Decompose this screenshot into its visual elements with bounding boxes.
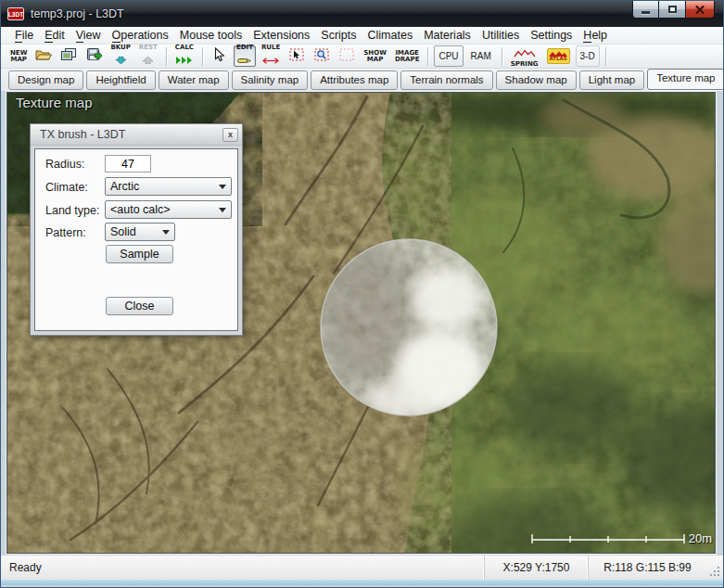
dialog-close-icon: x [228,131,233,139]
show-map-button[interactable]: SHOWMAP [361,45,389,67]
menu-extensions[interactable]: Extensions [248,28,315,43]
titlebar: L3DT temp3.proj - L3DT [1,1,723,27]
window-title: temp3.proj - L3DT [31,7,124,20]
marquee-cursor-icon [289,48,304,65]
select-edit-button[interactable] [286,45,308,67]
map-tabs: Design mapHeightfieldWater mapSalinity m… [1,69,723,91]
scale-bar: 20m [531,531,712,545]
ruler-tool-button[interactable]: RULE [259,45,283,67]
marker-pen-icon [237,51,251,68]
cursor-icon [213,47,225,66]
atlas-button[interactable]: ATLAS [544,45,573,67]
tab-attributes-map[interactable]: Attributes map [311,70,398,90]
import-save-button[interactable] [83,45,105,67]
tab-design-map[interactable]: Design map [8,70,83,90]
calc-button[interactable]: CALC [172,45,197,67]
tab-water-map[interactable]: Water map [159,70,229,90]
status-text: Ready [1,561,484,574]
triple-arrow-icon [176,51,192,68]
backup-button[interactable]: BKUP [108,45,133,67]
edit-tool-button[interactable]: EDIT [234,45,256,67]
menu-file[interactable]: File [9,28,39,43]
menu-climates[interactable]: Climates [362,28,419,43]
menu-materials[interactable]: Materials [418,28,476,43]
layers-icon [61,48,76,65]
land-type-label: Land type: [45,204,99,217]
menubar: FileEditViewOperationsMouse toolsExtensi… [1,27,723,45]
atlas-mountain-icon: ATLAS [547,48,570,64]
open-folder-icon [35,48,52,65]
sample-button[interactable]: Sample [106,245,173,263]
tab-texture-map[interactable]: Texture map [647,69,724,90]
close-button[interactable] [685,1,715,19]
climate-select[interactable]: Arctic [105,177,232,196]
save-disk-icon [86,48,102,65]
pointer-tool-button[interactable] [209,45,231,67]
toolbar: NEWMAPBKUPRESTCALCEDITRULESHOWMAPIMAGEDR… [1,45,723,69]
menu-operations[interactable]: Operations [107,28,174,43]
tx-brush-dialog: TX brush - L3DT x Radius: Climate: Arcti… [30,123,243,336]
resize-grip-icon [709,566,720,577]
menu-view[interactable]: View [70,28,107,43]
minimize-button[interactable] [632,1,659,19]
tx-brush-dialog-title: TX brush - L3DT [40,128,222,141]
open-project-button[interactable] [32,45,55,67]
marquee-icon [339,48,354,65]
map-overlay-title: Texture map [16,95,93,110]
minimize-icon [641,11,650,14]
window-frame-bottom [1,580,723,585]
copy-maps-button[interactable] [57,45,80,67]
toolbar-separator [202,47,203,66]
ruler-arrow-icon [262,51,279,68]
dialog-close-button[interactable]: x [222,128,238,142]
menu-utilities[interactable]: Utilities [476,28,525,43]
pattern-select[interactable]: Solid [105,223,175,241]
map-viewport[interactable]: Texture map 20m TX brush - L3DT x [6,92,716,554]
maximize-icon [668,6,677,13]
cursor-position: X:529 Y:1750 [484,556,588,580]
app-window: L3DT temp3.proj - L3DT FileEditViewOpera… [0,0,724,588]
toolbar-separator [427,47,428,66]
tab-shadow-map[interactable]: Shadow map [496,70,577,90]
menu-help[interactable]: Help [578,28,613,43]
pattern-label: Pattern: [45,226,86,239]
menu-scripts[interactable]: Scripts [315,28,362,43]
image-drape-button[interactable]: IMAGEDRAPE [392,45,423,67]
arrow-down-icon [116,51,126,68]
toolbar-separator [605,47,606,66]
select-region-button [336,45,358,67]
menu-edit[interactable]: Edit [39,28,70,43]
resize-grip[interactable] [706,556,723,580]
cpu-button[interactable]: CPU [434,45,463,67]
spring-graph-icon [514,45,536,61]
close-icon [695,6,705,14]
chevron-down-icon [219,185,226,189]
tab-terrain-normals[interactable]: Terrain normals [400,70,492,90]
window-controls [632,1,715,19]
menu-settings[interactable]: Settings [525,28,578,43]
marquee-zoom-icon [314,48,329,65]
tab-light-map[interactable]: Light map [579,70,645,90]
tab-salinity-map[interactable]: Salinity map [232,70,309,90]
restore-button: REST [136,45,160,67]
select-zoom-button[interactable] [311,45,333,67]
chevron-down-icon [219,208,226,212]
toolbar-separator [166,47,167,66]
scale-bar-ruler [531,532,685,545]
dialog-close-action-button[interactable]: Close [106,297,173,315]
chevron-down-icon [162,230,170,235]
app-logo-icon: L3DT [7,7,24,20]
tab-heightfield[interactable]: Heightfield [86,70,155,90]
climate-label: Climate: [45,181,88,194]
3d-view-button[interactable]: 3-D [576,45,600,67]
radius-label: Radius: [45,158,84,171]
ram-button[interactable]: RAM [466,45,496,67]
radius-input[interactable] [105,155,151,173]
tx-brush-dialog-titlebar[interactable]: TX brush - L3DT x [31,124,242,146]
menu-mouse-tools[interactable]: Mouse tools [174,28,248,43]
spring-button[interactable]: SPRING [508,45,541,67]
land-type-select[interactable]: <auto calc> [105,200,232,219]
maximize-button[interactable] [659,1,685,19]
new-map-button[interactable]: NEWMAP [7,45,30,67]
statusbar: Ready X:529 Y:1750 R:118 G:115 B:99 [1,555,723,580]
